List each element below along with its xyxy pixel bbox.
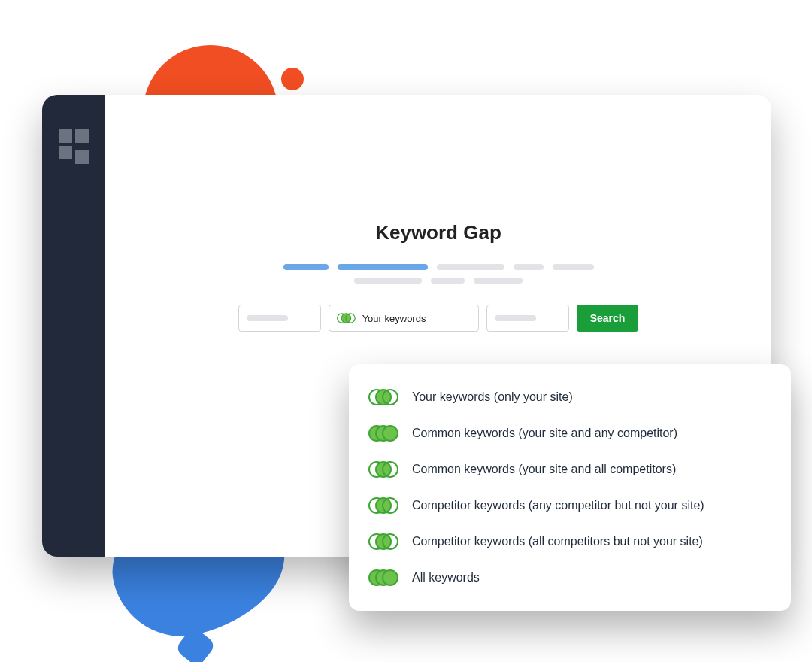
page-title: Keyword Gap: [375, 221, 501, 244]
decor-circle-orange-small: [281, 68, 304, 90]
filter-option-label: Your keywords (only your site): [412, 390, 573, 404]
filter-option-all[interactable]: All keywords: [368, 560, 771, 596]
sidebar: [42, 95, 105, 557]
filter-option-competitor-any[interactable]: Competitor keywords (any competitor but …: [368, 487, 771, 524]
venn-icon: [368, 387, 398, 408]
venn-icon: [368, 567, 398, 588]
venn-icon: [368, 459, 398, 480]
venn-icon: [368, 531, 398, 552]
filter-option-your[interactable]: Your keywords (only your site): [368, 379, 771, 415]
keyword-filter-dropdown: Your keywords (only your site) Common ke…: [349, 364, 791, 611]
keyword-filter-select[interactable]: Your keywords: [329, 305, 479, 332]
filter-option-label: Common keywords (your site and any compe…: [412, 427, 677, 440]
filter-option-common-all[interactable]: Common keywords (your site and all compe…: [368, 451, 771, 487]
filter-option-label: Competitor keywords (all competitors but…: [412, 535, 703, 548]
dashboard-icon[interactable]: [59, 129, 89, 557]
domain-input-2[interactable]: [486, 305, 569, 332]
search-button[interactable]: Search: [577, 305, 639, 332]
venn-icon: [337, 311, 349, 324]
venn-icon: [368, 495, 398, 516]
filter-option-label: Competitor keywords (any competitor but …: [412, 499, 704, 512]
filter-option-competitor-all[interactable]: Competitor keywords (all competitors but…: [368, 524, 771, 560]
filter-option-label: All keywords: [412, 571, 480, 585]
selected-filter-label: Your keywords: [362, 313, 426, 324]
search-row: Your keywords Search: [238, 305, 639, 332]
filter-option-label: Common keywords (your site and all compe…: [412, 463, 676, 476]
placeholder-bars: [283, 264, 594, 284]
filter-option-common-any[interactable]: Common keywords (your site and any compe…: [368, 415, 771, 451]
venn-icon: [368, 423, 398, 444]
domain-input-1[interactable]: [238, 305, 321, 332]
